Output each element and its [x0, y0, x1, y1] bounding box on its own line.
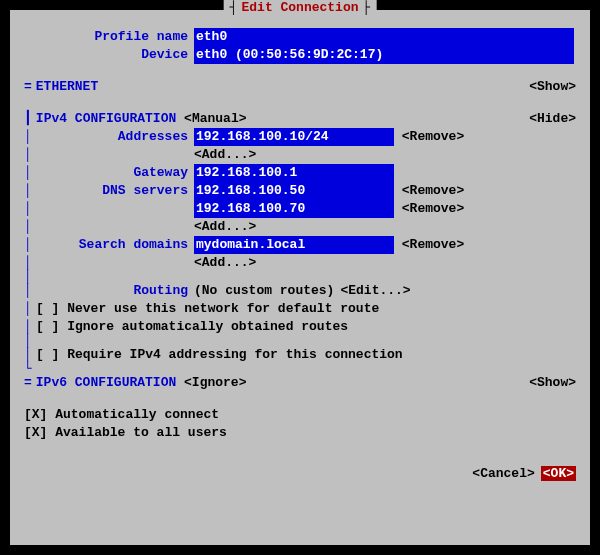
routing-edit-button[interactable]: <Edit...> [340, 282, 410, 300]
gateway-label: Gateway [36, 164, 194, 182]
dns-remove-1[interactable]: <Remove> [402, 200, 464, 218]
ipv6-mode-select[interactable]: <Ignore> [184, 374, 246, 392]
window-title: Edit Connection [241, 0, 358, 15]
never-default-checkbox[interactable]: [ ] Never use this network for default r… [36, 300, 379, 318]
ethernet-marker: = [24, 78, 32, 96]
ipv4-bar: │ [24, 128, 36, 146]
device-input[interactable]: eth0 (00:50:56:9D:2C:17) [194, 46, 574, 64]
ipv4-label: IPv4 CONFIGURATION [36, 110, 176, 128]
profile-name-label: Profile name [24, 28, 194, 46]
dns-remove-0[interactable]: <Remove> [402, 182, 464, 200]
addresses-label: Addresses [36, 128, 194, 146]
auto-connect-checkbox[interactable]: [X] Automatically connect [24, 406, 219, 424]
address-input-0[interactable]: 192.168.100.10/24 [194, 128, 394, 146]
profile-name-input[interactable]: eth0 [194, 28, 574, 46]
device-label: Device [24, 46, 194, 64]
ipv6-marker: = [24, 374, 32, 392]
ethernet-show-button[interactable]: <Show> [529, 78, 576, 96]
dns-input-1[interactable]: 192.168.100.70 [194, 200, 394, 218]
search-domains-label: Search domains [36, 236, 194, 254]
address-add-button[interactable]: <Add...> [194, 146, 256, 164]
dns-label: DNS servers [36, 182, 194, 200]
require-ipv4-checkbox[interactable]: [ ] Require IPv4 addressing for this con… [36, 346, 403, 364]
routing-label: Routing [36, 282, 194, 300]
address-remove-0[interactable]: <Remove> [402, 128, 464, 146]
dns-add-button[interactable]: <Add...> [194, 218, 256, 236]
ignore-auto-routes-checkbox[interactable]: [ ] Ignore automatically obtained routes [36, 318, 348, 336]
dns-input-0[interactable]: 192.168.100.50 [194, 182, 394, 200]
search-domain-input-0[interactable]: mydomain.local [194, 236, 394, 254]
ipv4-hide-button[interactable]: <Hide> [529, 110, 576, 128]
search-domain-remove-0[interactable]: <Remove> [402, 236, 464, 254]
search-domain-add-button[interactable]: <Add...> [194, 254, 256, 272]
all-users-checkbox[interactable]: [X] Available to all users [24, 424, 227, 442]
ipv6-show-button[interactable]: <Show> [529, 374, 576, 392]
ipv4-marker: ┃ [24, 110, 32, 128]
ok-button[interactable]: <OK> [541, 466, 576, 481]
cancel-button[interactable]: <Cancel> [472, 466, 534, 481]
title-bar: ┤ Edit Connection ├ [224, 0, 377, 15]
title-bracket-left: ┤ [230, 0, 238, 15]
ethernet-label: ETHERNET [36, 78, 98, 96]
ipv6-label: IPv6 CONFIGURATION [36, 374, 176, 392]
ipv4-mode-select[interactable]: <Manual> [184, 110, 246, 128]
edit-connection-window: ┤ Edit Connection ├ Profile name eth0 De… [8, 8, 592, 547]
routing-text: (No custom routes) [194, 282, 340, 300]
gateway-input[interactable]: 192.168.100.1 [194, 164, 394, 182]
title-bracket-right: ├ [363, 0, 371, 15]
